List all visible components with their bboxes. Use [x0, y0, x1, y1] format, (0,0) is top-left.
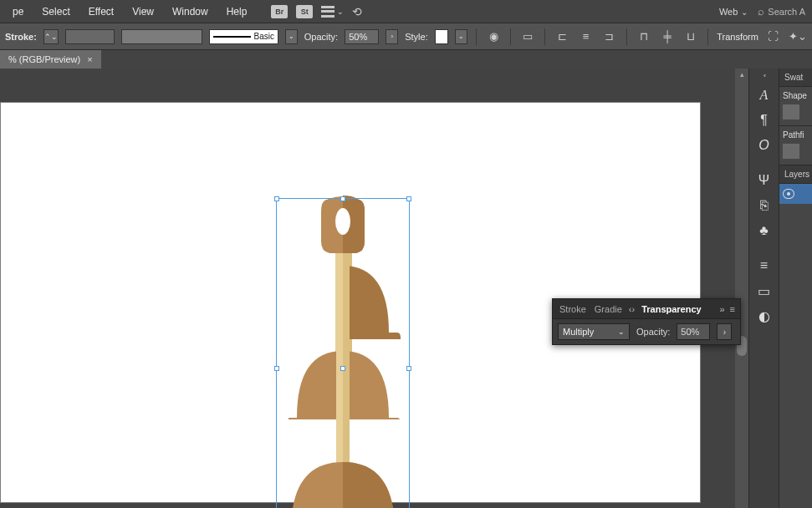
right-dock: ‹‹ A ¶ O Ψ ⎘ ♣ ≡ ▭ ◐: [748, 69, 779, 508]
layer-row[interactable]: [779, 184, 812, 204]
tab-stroke[interactable]: Stroke: [558, 304, 588, 314]
menu-view[interactable]: View: [123, 0, 163, 23]
menu-window[interactable]: Window: [163, 0, 217, 23]
swatches-panel-icon[interactable]: ♣: [753, 220, 776, 241]
stroke-label: Stroke:: [5, 32, 37, 42]
align-v-center-icon[interactable]: ╪: [659, 28, 676, 45]
edit-contents-icon[interactable]: ✦⌄: [789, 28, 807, 45]
panel-cycle-icon[interactable]: ‹›: [629, 304, 635, 314]
align-right-icon[interactable]: ⊐: [601, 28, 618, 45]
brushes-panel-icon[interactable]: Ψ: [753, 170, 776, 191]
layers-tab[interactable]: Layers: [779, 165, 812, 184]
scroll-up-icon[interactable]: ▴: [737, 70, 747, 80]
variable-width-profile[interactable]: [121, 29, 202, 44]
stroke-panel-icon[interactable]: ≡: [753, 255, 776, 277]
shape-label: Shape: [783, 91, 809, 100]
search-input[interactable]: ⌕ Search A: [758, 5, 805, 18]
arrange-documents-icon[interactable]: ⌄: [321, 6, 344, 18]
opacity-input[interactable]: 50%: [345, 29, 379, 44]
brush-definition[interactable]: Basic: [209, 29, 278, 44]
transform-label[interactable]: Transform: [717, 32, 758, 42]
document-tab-title: % (RGB/Preview): [8, 54, 80, 64]
panel-opacity-input[interactable]: 50%: [677, 323, 710, 340]
blend-mode-select[interactable]: Multiply ⌄: [558, 323, 630, 340]
isolate-group-icon[interactable]: ⛶: [765, 28, 782, 45]
document-tab[interactable]: % (RGB/Preview) ×: [0, 50, 101, 69]
align-left-icon[interactable]: ⊏: [554, 28, 570, 45]
menu-select[interactable]: Select: [33, 0, 79, 23]
align-top-icon[interactable]: ⊓: [636, 28, 652, 45]
glyph-panel-icon[interactable]: O: [753, 135, 776, 156]
chevron-down-icon: ⌄: [618, 328, 625, 336]
gpu-preview-icon[interactable]: ⟲: [352, 5, 362, 18]
opacity-label: Opacity:: [304, 32, 338, 42]
menu-bar: pe Select Effect View Window Help Br St …: [0, 0, 812, 23]
dock-collapse-icon[interactable]: ‹‹: [763, 72, 764, 79]
tab-transparency[interactable]: Transparency: [640, 304, 703, 314]
blend-mode-value: Multiply: [563, 327, 594, 337]
search-placeholder: Search A: [768, 7, 805, 17]
visibility-toggle-icon[interactable]: [783, 189, 794, 199]
panel-collapse-icon[interactable]: »: [719, 304, 724, 314]
stock-icon[interactable]: St: [296, 5, 313, 18]
brush-name: Basic: [254, 32, 274, 41]
shape-tool-icon[interactable]: [783, 104, 799, 119]
stroke-weight-input[interactable]: [65, 29, 115, 44]
style-label: Style:: [405, 32, 428, 42]
options-bar: Stroke: ⌃⌄ Basic ⌄ Opacity: 50% › Style:…: [0, 23, 812, 50]
gradient-panel-icon[interactable]: ▭: [753, 280, 776, 302]
transparency-panel[interactable]: Stroke Gradie ‹› Transparency » ≡ Multip…: [552, 298, 741, 345]
swatches-tab[interactable]: Swat: [779, 69, 812, 87]
graphic-style-dropdown[interactable]: ⌄: [455, 29, 467, 44]
svg-rect-3: [336, 248, 343, 486]
menu-effect[interactable]: Effect: [79, 0, 123, 23]
panel-menu-icon[interactable]: ≡: [730, 304, 735, 314]
brush-definition-dropdown[interactable]: ⌄: [285, 29, 298, 44]
panel-opacity-label: Opacity:: [636, 327, 670, 337]
tab-gradient[interactable]: Gradie: [593, 304, 624, 314]
symbols-panel-icon[interactable]: ⎘: [753, 195, 776, 216]
svg-point-5: [335, 208, 350, 235]
artwork-plunger-svg: [276, 198, 410, 508]
pathfinder-label: Pathfi: [783, 130, 809, 140]
character-panel-icon[interactable]: A: [753, 84, 776, 106]
svg-rect-4: [343, 248, 350, 486]
paragraph-panel-icon[interactable]: ¶: [753, 109, 776, 131]
panel-strip: Swat Shape Pathfi Layers: [779, 69, 812, 508]
menu-help[interactable]: Help: [217, 0, 257, 23]
transparency-panel-icon[interactable]: ◐: [753, 305, 776, 327]
canvas[interactable]: ▴ Stroke Gradie ‹› Transparency » ≡ Mult…: [0, 69, 748, 508]
workspace-switcher[interactable]: Web: [719, 7, 748, 17]
align-bottom-icon[interactable]: ⊔: [682, 28, 699, 45]
close-tab-icon[interactable]: ×: [87, 54, 92, 64]
stroke-weight-stepper[interactable]: ⌃⌄: [43, 29, 59, 44]
scrollbar-vertical[interactable]: ▴: [735, 69, 748, 508]
document-setup-icon[interactable]: ▭: [519, 28, 536, 45]
opacity-dropdown[interactable]: ›: [386, 29, 398, 44]
menu-type[interactable]: pe: [3, 0, 33, 23]
document-tab-bar: % (RGB/Preview) ×: [0, 50, 812, 69]
recolor-artwork-icon[interactable]: ◉: [485, 28, 502, 45]
search-icon: ⌕: [758, 5, 764, 18]
align-h-center-icon[interactable]: ≡: [577, 28, 594, 45]
pathfinder-tool-icon[interactable]: [783, 144, 799, 159]
bridge-icon[interactable]: Br: [271, 5, 288, 18]
panel-opacity-flyout[interactable]: ›: [717, 323, 732, 340]
graphic-style-swatch[interactable]: [435, 29, 449, 44]
